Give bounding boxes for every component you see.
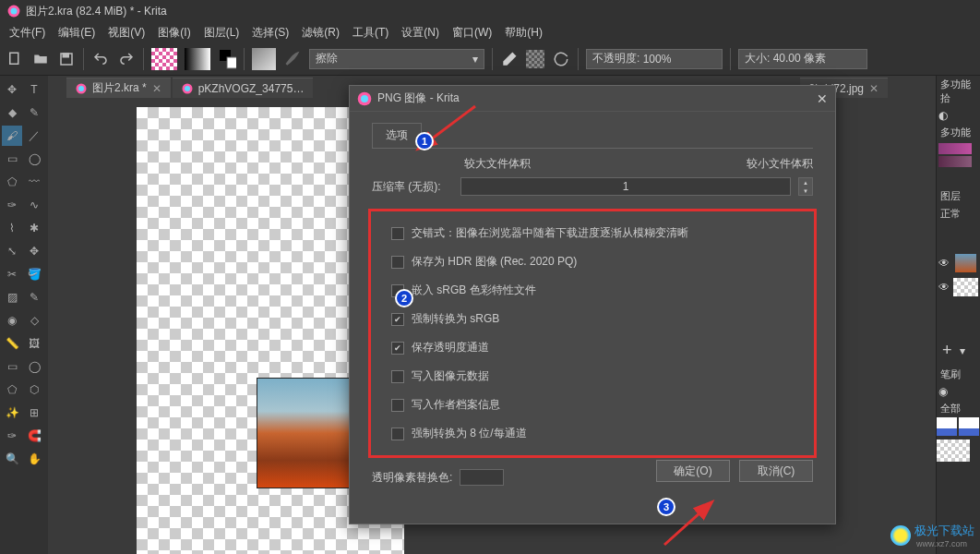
checkbox-row[interactable]: 嵌入 sRGB 色彩特性文件: [380, 276, 805, 305]
pattern-picker-icon[interactable]: [151, 48, 177, 70]
brush-engine-icon[interactable]: [283, 50, 302, 68]
menu-filter[interactable]: 滤镜(R): [296, 22, 345, 43]
checkbox[interactable]: [391, 399, 404, 412]
menu-settings[interactable]: 设置(N): [396, 22, 445, 43]
save-icon[interactable]: [57, 50, 76, 68]
spinner[interactable]: ▲▼: [798, 177, 813, 196]
blend-mode[interactable]: 正常: [937, 205, 980, 223]
ok-button[interactable]: 确定(O): [656, 460, 730, 482]
checkbox-row[interactable]: 交错式：图像在浏览器中随着下载进度逐渐从模糊变清晰: [380, 219, 805, 247]
docker-label-multi2[interactable]: 多功能: [937, 124, 980, 141]
checkbox[interactable]: [391, 227, 404, 240]
menu-help[interactable]: 帮助(H): [499, 22, 548, 43]
layer-tab[interactable]: 图层: [937, 187, 980, 205]
size-field[interactable]: 大小: 40.00 像素: [738, 49, 867, 69]
tag-icon-circle[interactable]: ◉: [938, 385, 948, 398]
gradient-tool-icon[interactable]: ▨: [2, 287, 22, 307]
tab-doc-2[interactable]: pKZhVOGZ_34775…: [173, 78, 314, 98]
open-icon[interactable]: [31, 50, 50, 68]
checkbox-row[interactable]: 写入作者档案信息: [380, 391, 805, 419]
freehand-path-icon[interactable]: ∿: [24, 195, 44, 215]
visibility-eye-icon[interactable]: 👁: [938, 281, 950, 294]
reference-image-icon[interactable]: 🖼: [24, 333, 44, 354]
multibrush-icon[interactable]: ✱: [24, 218, 44, 238]
brush-preview-icon[interactable]: [252, 48, 276, 70]
close-icon[interactable]: ✕: [817, 91, 828, 106]
menu-file[interactable]: 文件(F): [4, 22, 51, 43]
text-tool-icon[interactable]: T: [24, 79, 44, 100]
new-doc-icon[interactable]: [6, 50, 24, 68]
move-layer-icon[interactable]: ✥: [24, 241, 44, 261]
menu-layer[interactable]: 图层(L): [198, 22, 245, 43]
checkbox[interactable]: [391, 428, 404, 440]
color-strip[interactable]: [938, 143, 972, 154]
tab-doc-1[interactable]: 图片2.kra * ✕: [66, 78, 171, 98]
freehand-select-icon[interactable]: ⬠: [2, 379, 22, 400]
color-strip[interactable]: [938, 156, 972, 167]
menu-edit[interactable]: 编辑(E): [53, 22, 101, 43]
color-wheel-icon[interactable]: ◐: [938, 109, 948, 122]
line-tool-icon[interactable]: ／: [24, 126, 44, 146]
docker-label-multi[interactable]: 多功能拾: [937, 76, 980, 107]
zoom-tool-icon[interactable]: 🔍: [2, 449, 22, 469]
ellipse-select-icon[interactable]: ◯: [24, 356, 44, 377]
close-icon[interactable]: ✕: [869, 82, 878, 95]
edit-shape-icon[interactable]: ◆: [2, 102, 22, 123]
fill-tool-icon[interactable]: 🪣: [24, 264, 44, 284]
checkbox-row[interactable]: 写入图像元数据: [380, 362, 805, 391]
checkbox-row[interactable]: 保存为 HDR 图像 (Rec. 2020 PQ): [380, 247, 805, 276]
brush-tool-icon[interactable]: 🖌: [2, 126, 22, 146]
gradient-picker-icon[interactable]: [185, 48, 210, 70]
pan-tool-icon[interactable]: ✋: [24, 449, 44, 469]
undo-icon[interactable]: [91, 50, 110, 68]
bezier-tool-icon[interactable]: ✑: [2, 195, 22, 215]
poly-select-icon[interactable]: ⬡: [24, 379, 44, 400]
blend-mode-dropdown[interactable]: 擦除 ▾: [309, 49, 484, 69]
smart-patch-icon[interactable]: ◉: [2, 310, 22, 331]
contig-select-icon[interactable]: ✨: [2, 403, 22, 423]
similar-select-icon[interactable]: ⊞: [24, 403, 44, 423]
rect-tool-icon[interactable]: ▭: [2, 149, 22, 169]
checkbox[interactable]: [391, 256, 404, 269]
chevron-down-icon[interactable]: ▾: [960, 344, 965, 357]
magnetic-select-icon[interactable]: 🧲: [24, 426, 44, 446]
opacity-field[interactable]: 不透明度: 100%: [586, 49, 723, 69]
redo-icon[interactable]: [117, 50, 136, 68]
compression-slider[interactable]: 1: [460, 177, 791, 196]
menu-view[interactable]: 视图(V): [102, 22, 150, 43]
transparent-color-swatch[interactable]: [460, 469, 504, 486]
add-layer-icon[interactable]: +: [938, 337, 956, 364]
dynamic-brush-icon[interactable]: ⌇: [2, 218, 22, 238]
polygon-tool-icon[interactable]: ⬠: [2, 172, 22, 192]
alpha-lock-icon[interactable]: [526, 50, 544, 68]
checkbox-row[interactable]: 强制转换为 8 位/每通道: [380, 419, 805, 448]
checkbox-row[interactable]: 保存透明度通道: [380, 333, 805, 362]
close-icon[interactable]: ✕: [152, 82, 161, 95]
crop-tool-icon[interactable]: ✂: [2, 264, 22, 284]
checkbox[interactable]: [391, 342, 404, 355]
brush-preset-thumb[interactable]: [937, 417, 957, 436]
layer-thumb[interactable]: [955, 254, 976, 272]
color-picker-icon[interactable]: ✎: [24, 287, 44, 307]
checkbox[interactable]: [391, 370, 404, 383]
move-tool-icon[interactable]: ✥: [2, 79, 22, 100]
checkbox[interactable]: [391, 313, 404, 326]
brush-presets-tab[interactable]: 笔刷: [937, 366, 980, 383]
visibility-eye-icon[interactable]: 👁: [938, 257, 950, 270]
menu-image[interactable]: 图像(I): [152, 22, 196, 43]
calligraphy-icon[interactable]: ✎: [24, 102, 44, 123]
polyline-tool-icon[interactable]: 〰: [24, 172, 44, 192]
assistant-tool-icon[interactable]: ◇: [24, 310, 44, 331]
cancel-button[interactable]: 取消(C): [739, 460, 813, 482]
transform-tool-icon[interactable]: ⤡: [2, 241, 22, 261]
brush-preset-thumb[interactable]: [959, 417, 979, 436]
layer-thumb[interactable]: [953, 278, 978, 296]
ellipse-tool-icon[interactable]: ◯: [24, 149, 44, 169]
brush-preset-thumb[interactable]: [937, 440, 970, 462]
checkbox-row[interactable]: 强制转换为 sRGB: [380, 305, 805, 333]
rect-select-icon[interactable]: ▭: [2, 356, 22, 377]
color-swap-icon[interactable]: [218, 50, 236, 68]
bezier-select-icon[interactable]: ✑: [2, 426, 22, 446]
eraser-icon[interactable]: [500, 50, 519, 68]
reload-preset-icon[interactable]: [552, 50, 570, 68]
